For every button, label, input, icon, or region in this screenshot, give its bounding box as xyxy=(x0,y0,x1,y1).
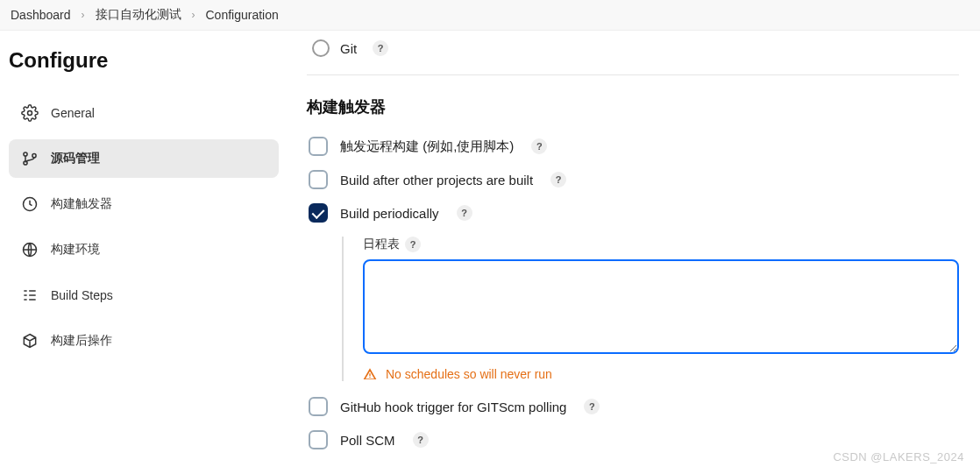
checkbox-periodically[interactable] xyxy=(309,203,328,223)
svg-point-0 xyxy=(28,111,32,116)
checkbox-poll-scm[interactable] xyxy=(309,430,328,449)
globe-icon xyxy=(21,241,39,258)
help-icon[interactable]: ? xyxy=(405,237,421,252)
help-icon[interactable]: ? xyxy=(584,399,600,414)
warning-icon xyxy=(363,367,377,381)
svg-point-1 xyxy=(24,152,27,156)
sidebar-item-post-build[interactable]: 构建后操作 xyxy=(9,322,279,360)
breadcrumb: Dashboard › 接口自动化测试 › Configuration xyxy=(0,0,980,31)
chevron-right-icon: › xyxy=(82,9,85,21)
package-icon xyxy=(21,332,39,350)
page-title: Configure xyxy=(9,48,279,73)
clock-icon xyxy=(21,195,39,213)
radio-git-label: Git xyxy=(340,41,357,56)
scm-git-row: Git ? xyxy=(307,39,959,57)
schedule-warning-text: No schedules so will never run xyxy=(386,367,552,381)
breadcrumb-project[interactable]: 接口自动化测试 xyxy=(96,7,181,23)
help-icon[interactable]: ? xyxy=(457,205,472,221)
sidebar-item-label: 构建环境 xyxy=(51,242,100,258)
checkbox-github-hook[interactable] xyxy=(309,397,328,416)
breadcrumb-dashboard[interactable]: Dashboard xyxy=(11,8,71,22)
schedule-label-row: 日程表 ? xyxy=(363,237,959,252)
steps-icon xyxy=(21,287,39,304)
sidebar-item-build-steps[interactable]: Build Steps xyxy=(9,276,279,315)
sidebar-item-label: 构建触发器 xyxy=(51,196,112,212)
trigger-github-hook-row: GitHub hook trigger for GITScm polling ? xyxy=(307,397,959,416)
trigger-poll-scm-row: Poll SCM ? xyxy=(307,430,959,449)
checkbox-periodically-label: Build periodically xyxy=(340,206,439,221)
checkbox-github-hook-label: GitHub hook trigger for GITScm polling xyxy=(340,400,566,414)
schedule-label: 日程表 xyxy=(363,237,400,252)
branch-icon xyxy=(21,150,39,167)
main-content: Git ? 构建触发器 触发远程构建 (例如,使用脚本) ? Build aft… xyxy=(289,31,980,474)
breadcrumb-configuration[interactable]: Configuration xyxy=(206,8,279,22)
sidebar-item-environment[interactable]: 构建环境 xyxy=(9,230,279,269)
checkbox-remote[interactable] xyxy=(309,137,328,156)
checkbox-poll-scm-label: Poll SCM xyxy=(340,433,395,448)
chevron-right-icon: › xyxy=(192,9,195,21)
periodically-config: 日程表 ? No schedules so will never run xyxy=(342,237,959,381)
schedule-input[interactable] xyxy=(363,259,959,354)
sidebar-item-general[interactable]: General xyxy=(9,94,279,132)
section-title-triggers: 构建触发器 xyxy=(307,96,959,117)
help-icon[interactable]: ? xyxy=(373,40,388,56)
sidebar-item-label: 源码管理 xyxy=(51,151,100,166)
help-icon[interactable]: ? xyxy=(413,432,429,448)
sidebar-item-label: Build Steps xyxy=(51,288,113,302)
sidebar-item-scm[interactable]: 源码管理 xyxy=(9,139,279,178)
sidebar-item-label: 构建后操作 xyxy=(51,333,112,349)
trigger-remote-row: 触发远程构建 (例如,使用脚本) ? xyxy=(307,137,959,156)
trigger-periodically-row: Build periodically ? xyxy=(307,203,959,223)
gear-icon xyxy=(21,104,39,122)
checkbox-after-projects-label: Build after other projects are built xyxy=(340,173,533,187)
radio-git[interactable] xyxy=(312,39,330,57)
trigger-after-projects-row: Build after other projects are built ? xyxy=(307,170,959,189)
help-icon[interactable]: ? xyxy=(550,172,566,187)
svg-point-3 xyxy=(32,154,36,158)
checkbox-after-projects[interactable] xyxy=(309,170,328,189)
sidebar-item-label: General xyxy=(51,106,95,120)
schedule-warning: No schedules so will never run xyxy=(363,367,959,381)
sidebar-item-triggers[interactable]: 构建触发器 xyxy=(9,185,279,223)
watermark: CSDN @LAKERS_2024 xyxy=(833,450,964,463)
help-icon[interactable]: ? xyxy=(531,138,547,154)
sidebar: Configure General 源码管理 构建触发器 构建环境 xyxy=(0,31,289,474)
checkbox-remote-label: 触发远程构建 (例如,使用脚本) xyxy=(340,138,514,155)
divider xyxy=(307,74,959,75)
